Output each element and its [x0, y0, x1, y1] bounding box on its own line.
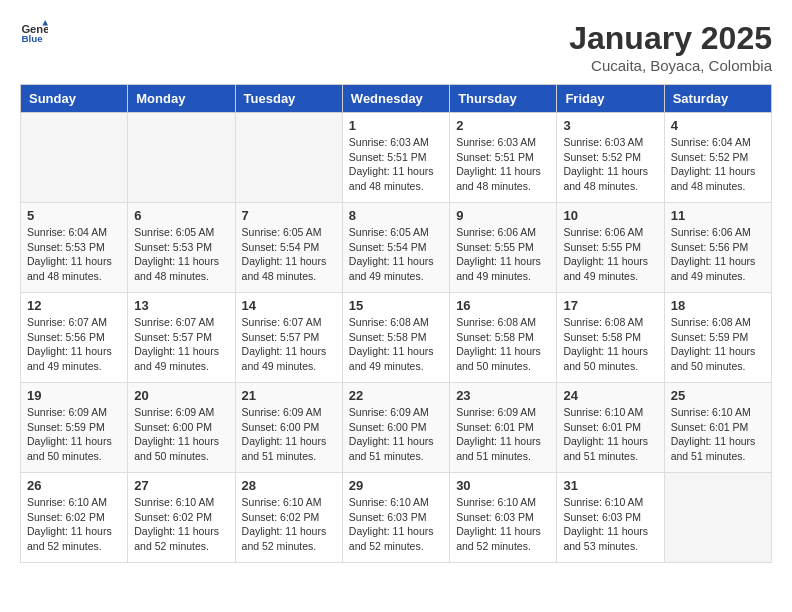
logo-icon: General Blue [20, 20, 48, 48]
day-info: Sunrise: 6:08 AM Sunset: 5:59 PM Dayligh… [671, 315, 765, 374]
day-info: Sunrise: 6:03 AM Sunset: 5:52 PM Dayligh… [563, 135, 657, 194]
calendar-cell: 18Sunrise: 6:08 AM Sunset: 5:59 PM Dayli… [664, 293, 771, 383]
calendar-cell: 29Sunrise: 6:10 AM Sunset: 6:03 PM Dayli… [342, 473, 449, 563]
header-friday: Friday [557, 85, 664, 113]
day-info: Sunrise: 6:05 AM Sunset: 5:53 PM Dayligh… [134, 225, 228, 284]
day-info: Sunrise: 6:09 AM Sunset: 6:01 PM Dayligh… [456, 405, 550, 464]
calendar-cell: 2Sunrise: 6:03 AM Sunset: 5:51 PM Daylig… [450, 113, 557, 203]
day-info: Sunrise: 6:09 AM Sunset: 6:00 PM Dayligh… [242, 405, 336, 464]
day-number: 2 [456, 118, 550, 133]
day-number: 31 [563, 478, 657, 493]
calendar-cell [128, 113, 235, 203]
page-title: January 2025 [569, 20, 772, 57]
day-number: 16 [456, 298, 550, 313]
day-number: 11 [671, 208, 765, 223]
day-info: Sunrise: 6:05 AM Sunset: 5:54 PM Dayligh… [349, 225, 443, 284]
day-number: 13 [134, 298, 228, 313]
calendar-week-1: 1Sunrise: 6:03 AM Sunset: 5:51 PM Daylig… [21, 113, 772, 203]
calendar-cell: 6Sunrise: 6:05 AM Sunset: 5:53 PM Daylig… [128, 203, 235, 293]
calendar-week-2: 5Sunrise: 6:04 AM Sunset: 5:53 PM Daylig… [21, 203, 772, 293]
day-number: 14 [242, 298, 336, 313]
header-monday: Monday [128, 85, 235, 113]
day-info: Sunrise: 6:05 AM Sunset: 5:54 PM Dayligh… [242, 225, 336, 284]
calendar-cell: 30Sunrise: 6:10 AM Sunset: 6:03 PM Dayli… [450, 473, 557, 563]
day-info: Sunrise: 6:10 AM Sunset: 6:02 PM Dayligh… [242, 495, 336, 554]
day-info: Sunrise: 6:09 AM Sunset: 6:00 PM Dayligh… [349, 405, 443, 464]
day-number: 4 [671, 118, 765, 133]
calendar-cell: 3Sunrise: 6:03 AM Sunset: 5:52 PM Daylig… [557, 113, 664, 203]
header-tuesday: Tuesday [235, 85, 342, 113]
day-info: Sunrise: 6:08 AM Sunset: 5:58 PM Dayligh… [563, 315, 657, 374]
day-number: 20 [134, 388, 228, 403]
day-info: Sunrise: 6:04 AM Sunset: 5:53 PM Dayligh… [27, 225, 121, 284]
calendar-cell: 26Sunrise: 6:10 AM Sunset: 6:02 PM Dayli… [21, 473, 128, 563]
header-sunday: Sunday [21, 85, 128, 113]
calendar-cell: 27Sunrise: 6:10 AM Sunset: 6:02 PM Dayli… [128, 473, 235, 563]
day-number: 1 [349, 118, 443, 133]
calendar-cell: 31Sunrise: 6:10 AM Sunset: 6:03 PM Dayli… [557, 473, 664, 563]
calendar-cell: 24Sunrise: 6:10 AM Sunset: 6:01 PM Dayli… [557, 383, 664, 473]
day-number: 10 [563, 208, 657, 223]
calendar-cell: 16Sunrise: 6:08 AM Sunset: 5:58 PM Dayli… [450, 293, 557, 383]
calendar-cell [235, 113, 342, 203]
day-info: Sunrise: 6:06 AM Sunset: 5:55 PM Dayligh… [456, 225, 550, 284]
calendar-cell: 7Sunrise: 6:05 AM Sunset: 5:54 PM Daylig… [235, 203, 342, 293]
svg-text:Blue: Blue [21, 33, 43, 44]
day-number: 24 [563, 388, 657, 403]
calendar-cell: 12Sunrise: 6:07 AM Sunset: 5:56 PM Dayli… [21, 293, 128, 383]
title-area: January 2025 Cucaita, Boyaca, Colombia [569, 20, 772, 74]
calendar-cell: 15Sunrise: 6:08 AM Sunset: 5:58 PM Dayli… [342, 293, 449, 383]
day-number: 30 [456, 478, 550, 493]
header-wednesday: Wednesday [342, 85, 449, 113]
calendar-cell: 22Sunrise: 6:09 AM Sunset: 6:00 PM Dayli… [342, 383, 449, 473]
calendar-cell: 13Sunrise: 6:07 AM Sunset: 5:57 PM Dayli… [128, 293, 235, 383]
calendar-cell: 4Sunrise: 6:04 AM Sunset: 5:52 PM Daylig… [664, 113, 771, 203]
day-number: 27 [134, 478, 228, 493]
calendar-cell: 1Sunrise: 6:03 AM Sunset: 5:51 PM Daylig… [342, 113, 449, 203]
logo: General Blue [20, 20, 48, 48]
calendar-cell: 28Sunrise: 6:10 AM Sunset: 6:02 PM Dayli… [235, 473, 342, 563]
day-number: 15 [349, 298, 443, 313]
day-info: Sunrise: 6:08 AM Sunset: 5:58 PM Dayligh… [349, 315, 443, 374]
day-info: Sunrise: 6:09 AM Sunset: 6:00 PM Dayligh… [134, 405, 228, 464]
day-number: 28 [242, 478, 336, 493]
day-info: Sunrise: 6:10 AM Sunset: 6:03 PM Dayligh… [456, 495, 550, 554]
day-number: 3 [563, 118, 657, 133]
day-info: Sunrise: 6:09 AM Sunset: 5:59 PM Dayligh… [27, 405, 121, 464]
day-info: Sunrise: 6:06 AM Sunset: 5:55 PM Dayligh… [563, 225, 657, 284]
calendar-cell: 10Sunrise: 6:06 AM Sunset: 5:55 PM Dayli… [557, 203, 664, 293]
day-number: 5 [27, 208, 121, 223]
day-info: Sunrise: 6:03 AM Sunset: 5:51 PM Dayligh… [349, 135, 443, 194]
calendar-table: SundayMondayTuesdayWednesdayThursdayFrid… [20, 84, 772, 563]
calendar-cell: 20Sunrise: 6:09 AM Sunset: 6:00 PM Dayli… [128, 383, 235, 473]
calendar-cell: 9Sunrise: 6:06 AM Sunset: 5:55 PM Daylig… [450, 203, 557, 293]
day-info: Sunrise: 6:07 AM Sunset: 5:56 PM Dayligh… [27, 315, 121, 374]
day-number: 8 [349, 208, 443, 223]
calendar-cell: 25Sunrise: 6:10 AM Sunset: 6:01 PM Dayli… [664, 383, 771, 473]
day-number: 7 [242, 208, 336, 223]
day-info: Sunrise: 6:10 AM Sunset: 6:02 PM Dayligh… [27, 495, 121, 554]
day-info: Sunrise: 6:10 AM Sunset: 6:02 PM Dayligh… [134, 495, 228, 554]
day-number: 12 [27, 298, 121, 313]
calendar-cell: 8Sunrise: 6:05 AM Sunset: 5:54 PM Daylig… [342, 203, 449, 293]
calendar-cell: 23Sunrise: 6:09 AM Sunset: 6:01 PM Dayli… [450, 383, 557, 473]
calendar-cell: 14Sunrise: 6:07 AM Sunset: 5:57 PM Dayli… [235, 293, 342, 383]
day-number: 21 [242, 388, 336, 403]
day-info: Sunrise: 6:10 AM Sunset: 6:01 PM Dayligh… [671, 405, 765, 464]
day-number: 17 [563, 298, 657, 313]
day-info: Sunrise: 6:10 AM Sunset: 6:03 PM Dayligh… [563, 495, 657, 554]
day-number: 29 [349, 478, 443, 493]
day-number: 9 [456, 208, 550, 223]
calendar-week-5: 26Sunrise: 6:10 AM Sunset: 6:02 PM Dayli… [21, 473, 772, 563]
day-info: Sunrise: 6:03 AM Sunset: 5:51 PM Dayligh… [456, 135, 550, 194]
day-number: 22 [349, 388, 443, 403]
calendar-cell: 19Sunrise: 6:09 AM Sunset: 5:59 PM Dayli… [21, 383, 128, 473]
header-thursday: Thursday [450, 85, 557, 113]
day-number: 26 [27, 478, 121, 493]
day-info: Sunrise: 6:08 AM Sunset: 5:58 PM Dayligh… [456, 315, 550, 374]
day-number: 18 [671, 298, 765, 313]
page-header: General Blue January 2025 Cucaita, Boyac… [20, 20, 772, 74]
calendar-week-3: 12Sunrise: 6:07 AM Sunset: 5:56 PM Dayli… [21, 293, 772, 383]
calendar-header-row: SundayMondayTuesdayWednesdayThursdayFrid… [21, 85, 772, 113]
calendar-cell: 5Sunrise: 6:04 AM Sunset: 5:53 PM Daylig… [21, 203, 128, 293]
